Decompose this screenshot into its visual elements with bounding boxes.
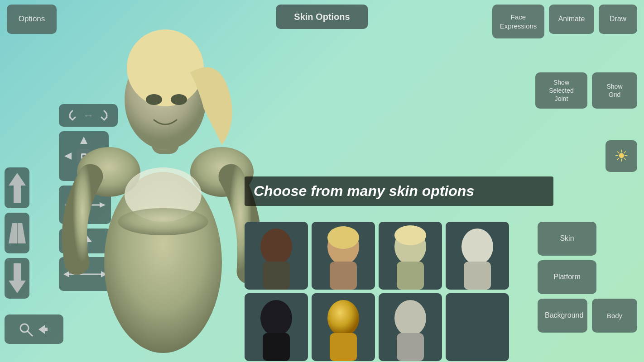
svg-point-49 [461, 229, 493, 265]
big-down-arrow-button[interactable] [5, 258, 29, 299]
body-button[interactable]: Body [592, 299, 637, 333]
svg-rect-42 [330, 262, 357, 290]
svg-point-36 [118, 208, 208, 235]
svg-rect-56 [330, 333, 357, 361]
svg-rect-60 [446, 293, 509, 361]
svg-point-30 [127, 29, 204, 106]
right-options-panel: Skin Platform Background Body [538, 222, 637, 333]
svg-point-38 [260, 229, 292, 265]
svg-point-47 [394, 225, 426, 245]
overlay-text: Choose from many skin options [254, 183, 474, 199]
skin-thumb-light[interactable] [379, 222, 442, 290]
skin-thumb-neutral[interactable] [379, 293, 442, 361]
skin-thumb-placeholder[interactable] [446, 293, 509, 361]
down-arrow-icon [9, 262, 26, 294]
skin-thumb-gold[interactable] [312, 293, 375, 361]
svg-rect-53 [263, 333, 290, 361]
draw-button[interactable]: Draw [599, 5, 637, 34]
svg-marker-21 [9, 263, 26, 293]
svg-rect-39 [263, 262, 290, 290]
show-selected-joint-button[interactable]: Show Selected Joint [535, 72, 587, 109]
light-skin-preview [379, 222, 442, 290]
svg-rect-50 [464, 262, 491, 290]
gold-skin-preview [312, 293, 375, 361]
camera-icon-button[interactable] [5, 213, 29, 253]
show-grid-button[interactable]: Show Grid [592, 72, 637, 109]
dark-skin-preview [245, 222, 308, 290]
svg-rect-46 [397, 262, 424, 290]
top-right-buttons: Face Expressions Animate Draw [492, 5, 637, 38]
sun-icon: ☀ [614, 147, 629, 166]
face-expressions-button[interactable]: Face Expressions [492, 5, 544, 38]
search-icon [19, 322, 33, 337]
tan-skin-preview [312, 222, 375, 290]
svg-rect-59 [397, 333, 424, 361]
skin-thumb-pale[interactable] [446, 222, 509, 290]
platform-row: Platform [538, 260, 637, 294]
platform-button[interactable]: Platform [538, 260, 596, 294]
svg-point-52 [260, 300, 292, 336]
silhouette-preview [245, 293, 308, 361]
bg-body-row: Background Body [538, 299, 637, 333]
neutral-skin-preview [379, 293, 442, 361]
skin-button[interactable]: Skin [538, 222, 596, 256]
placeholder-preview [446, 293, 509, 361]
sun-button[interactable]: ☀ [606, 140, 637, 172]
up-arrow-icon [9, 172, 26, 204]
svg-point-31 [146, 94, 162, 105]
camera-icon [9, 221, 26, 246]
mid-right-buttons: Show Selected Joint Show Grid [535, 72, 637, 109]
animate-button[interactable]: Animate [549, 5, 594, 34]
svg-point-43 [327, 226, 359, 249]
svg-point-32 [171, 94, 187, 105]
skin-thumb-tan[interactable] [312, 222, 375, 290]
svg-point-55 [327, 300, 359, 336]
overlay-banner: Choose from many skin options [245, 176, 553, 206]
big-up-arrow-button[interactable] [5, 167, 29, 208]
skin-row: Skin [538, 222, 637, 256]
pale-skin-preview [446, 222, 509, 290]
skin-thumbnails-grid [245, 222, 509, 361]
svg-point-58 [394, 300, 426, 336]
svg-marker-1 [9, 173, 26, 203]
skin-thumb-silhouette[interactable] [245, 293, 308, 361]
background-button[interactable]: Background [538, 299, 587, 333]
skin-thumb-dark[interactable] [245, 222, 308, 290]
